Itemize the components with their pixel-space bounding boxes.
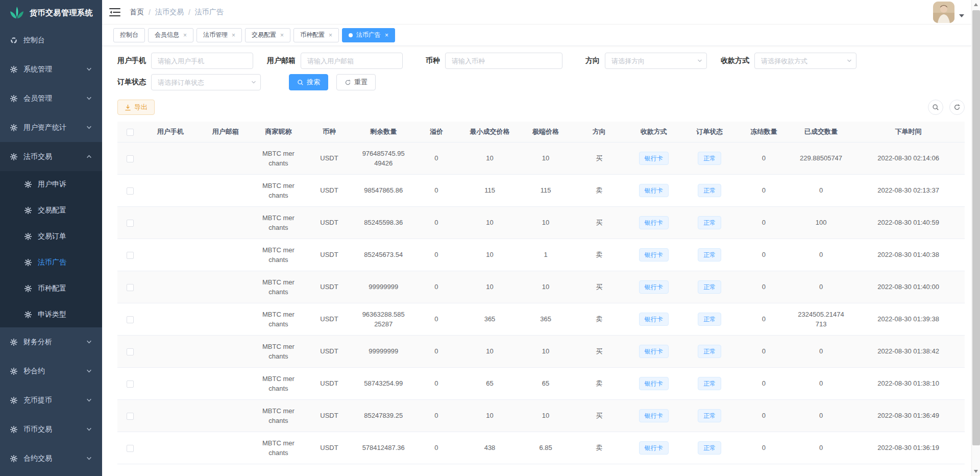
email-input[interactable] — [301, 53, 403, 69]
refresh-table-button[interactable] — [949, 100, 965, 115]
cell-time: 2022-08-30 01:36:19 — [852, 432, 965, 464]
pay-method-badge[interactable]: 银行卡 — [639, 152, 669, 165]
row-checkbox[interactable] — [127, 380, 134, 388]
sidebar-subitem-appeal-type[interactable]: 申诉类型 — [0, 301, 102, 327]
tab-fiat-ads[interactable]: 法币广告× — [342, 28, 395, 42]
close-icon[interactable]: × — [232, 32, 235, 38]
status-badge[interactable]: 正常 — [698, 409, 721, 422]
table-row: MBTC merchantsUSDT85247839.2501010买银行卡正常… — [117, 399, 965, 432]
cell-phone — [143, 432, 198, 464]
scrollbar-thumb[interactable] — [972, 10, 980, 445]
pay-method-badge[interactable]: 银行卡 — [639, 280, 669, 294]
reset-button[interactable]: 重置 — [336, 74, 376, 90]
row-checkbox[interactable] — [127, 348, 134, 355]
sidebar-subitem-trade-config[interactable]: 交易配置 — [0, 197, 102, 223]
sidebar-subitem-currency-config[interactable]: 币种配置 — [0, 275, 102, 301]
currency-input[interactable] — [445, 53, 562, 69]
cell-status: 正常 — [681, 271, 738, 303]
sidebar-item-clipped-item[interactable] — [0, 473, 102, 476]
cell-time: 2022-08-30 01:40:59 — [852, 206, 965, 239]
tab-fiat-mgmt[interactable]: 法币管理× — [197, 28, 242, 42]
search-button[interactable]: 搜索 — [289, 74, 328, 90]
status-badge[interactable]: 正常 — [698, 280, 721, 294]
sidebar-item-contract-trade[interactable]: 合约交易 — [0, 444, 102, 473]
vertical-scrollbar[interactable] — [971, 0, 980, 476]
user-menu-caret-icon[interactable] — [959, 14, 964, 17]
gear-icon — [24, 259, 32, 266]
cell-currency: USDT — [304, 399, 355, 432]
close-icon[interactable]: × — [385, 32, 388, 38]
toggle-search-button[interactable] — [928, 100, 943, 115]
sidebar-subitem-fiat-ads[interactable]: 法币广告 — [0, 249, 102, 275]
tab-member-info[interactable]: 会员信息× — [148, 28, 193, 42]
direction-select[interactable] — [605, 53, 707, 69]
scroll-up-icon[interactable] — [974, 3, 978, 6]
cell-time: 2022-08-30 01:40:00 — [852, 271, 965, 303]
status-badge[interactable]: 正常 — [698, 377, 721, 390]
breadcrumb-fiat-trade[interactable]: 法币交易 — [155, 8, 184, 17]
cell-direction: 卖 — [572, 174, 626, 206]
sidebar-item-member-mgmt[interactable]: 会员管理 — [0, 84, 102, 113]
phone-input[interactable] — [151, 53, 253, 69]
sidebar-item-second-contract[interactable]: 秒合约 — [0, 356, 102, 386]
order-status-select[interactable] — [151, 74, 261, 90]
column-header: 剩余数量 — [355, 122, 412, 142]
pay-method-badge[interactable]: 银行卡 — [639, 184, 669, 197]
row-checkbox[interactable] — [127, 187, 134, 195]
sidebar-item-fiat-trade[interactable]: 法币交易 — [0, 142, 102, 171]
sidebar-item-finance-analysis[interactable]: 财务分析 — [0, 327, 102, 356]
avatar[interactable] — [933, 2, 954, 23]
sidebar-item-user-assets-stats[interactable]: 用户资产统计 — [0, 113, 102, 142]
pay-method-badge[interactable]: 银行卡 — [639, 441, 669, 455]
status-badge[interactable]: 正常 — [698, 248, 721, 261]
close-icon[interactable]: × — [329, 32, 332, 38]
close-icon[interactable]: × — [280, 32, 284, 38]
sidebar-subitem-label: 交易配置 — [38, 206, 66, 215]
scroll-down-icon[interactable] — [974, 470, 978, 473]
row-checkbox[interactable] — [127, 220, 134, 227]
status-badge[interactable]: 正常 — [698, 184, 721, 197]
export-button[interactable]: 导出 — [117, 100, 155, 115]
sidebar-item-system-mgmt[interactable]: 系统管理 — [0, 55, 102, 84]
cell-phone — [143, 206, 198, 239]
select-all-checkbox[interactable] — [127, 129, 134, 136]
cell-time: 2022-08-30 01:36:49 — [852, 399, 965, 432]
breadcrumb-home[interactable]: 首页 — [130, 8, 144, 17]
tab-trade-config[interactable]: 交易配置× — [245, 28, 290, 42]
row-checkbox[interactable] — [127, 252, 134, 259]
row-checkbox[interactable] — [127, 284, 134, 291]
sidebar-item-deposit-withdraw[interactable]: 充币提币 — [0, 386, 102, 415]
pay-method-badge[interactable]: 银行卡 — [639, 248, 669, 261]
cell-pay_method: 银行卡 — [626, 335, 682, 367]
collapse-menu-icon[interactable] — [109, 7, 120, 17]
row-checkbox[interactable] — [127, 155, 134, 162]
pay-method-badge[interactable]: 银行卡 — [639, 345, 669, 358]
row-checkbox[interactable] — [127, 413, 134, 420]
sidebar-item-coin-trade[interactable]: 币币交易 — [0, 415, 102, 444]
cell-remaining: 58743254.99 — [355, 367, 412, 399]
chevron-down-icon — [86, 66, 92, 72]
sidebar-subitem-trade-orders[interactable]: 交易订单 — [0, 223, 102, 249]
gear-icon — [10, 455, 17, 462]
tab-label: 币种配置 — [300, 31, 325, 39]
pay-method-badge[interactable]: 银行卡 — [639, 409, 669, 422]
pay-method-badge[interactable]: 银行卡 — [639, 313, 669, 326]
cell-extreme_price: 10 — [519, 335, 573, 367]
row-checkbox[interactable] — [127, 445, 134, 452]
tab-currency-config[interactable]: 币种配置× — [293, 28, 339, 42]
status-badge[interactable]: 正常 — [698, 345, 721, 358]
pay-method-badge[interactable]: 银行卡 — [639, 216, 669, 229]
pay-method-badge[interactable]: 银行卡 — [639, 377, 669, 390]
status-badge[interactable]: 正常 — [698, 313, 721, 326]
status-badge[interactable]: 正常 — [698, 152, 721, 165]
sidebar-item-console[interactable]: 控制台 — [0, 26, 102, 55]
close-icon[interactable]: × — [183, 32, 187, 38]
sidebar-subitem-user-appeal[interactable]: 用户申诉 — [0, 171, 102, 197]
status-badge[interactable]: 正常 — [698, 216, 721, 229]
pay-method-select[interactable] — [754, 53, 856, 69]
row-checkbox[interactable] — [127, 316, 134, 323]
tab-console[interactable]: 控制台 — [113, 28, 145, 42]
cell-min_price: 10 — [460, 335, 519, 367]
tab-label: 会员信息 — [155, 31, 179, 39]
status-badge[interactable]: 正常 — [698, 441, 721, 455]
